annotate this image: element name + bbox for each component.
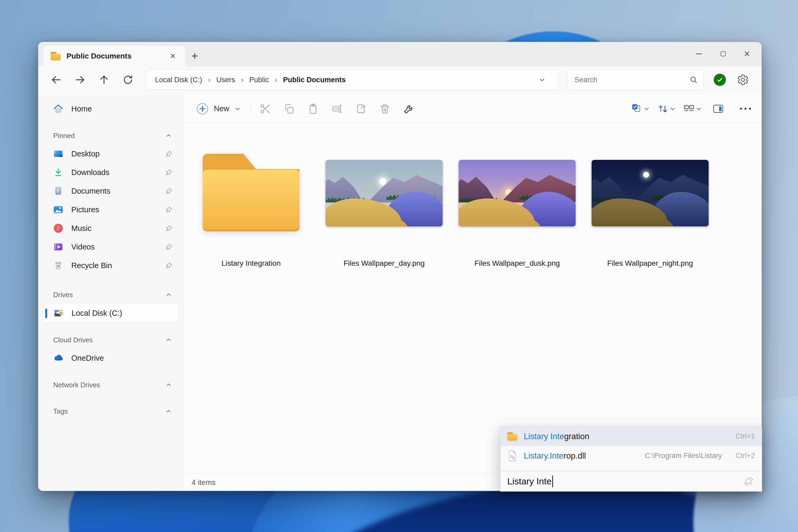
sidebar-section-tags[interactable]: Tags (38, 402, 183, 420)
up-button[interactable] (98, 74, 110, 86)
sidebar-item-onedrive[interactable]: OneDrive (38, 349, 183, 367)
chevron-down-icon[interactable] (669, 105, 676, 112)
pictures-icon (53, 205, 63, 215)
items-count: 4 items (191, 478, 215, 487)
listary-popup: Listary Integration Ctrl+1 Listary.Inter… (500, 426, 762, 492)
new-tab-button[interactable]: + (185, 46, 204, 66)
breadcrumb-separator: › (275, 76, 277, 84)
delete-button[interactable] (379, 102, 391, 115)
folder-icon-large (201, 154, 302, 232)
sidebar-item-label: Home (71, 104, 92, 113)
dll-file-icon (507, 450, 517, 461)
file-tile-image-night[interactable]: Files Wallpaper_night.png (592, 154, 709, 268)
tools-wrench-button[interactable] (402, 102, 415, 115)
address-bar[interactable]: Local Disk (C:) › Users › Public › Publi… (146, 70, 558, 90)
tab-public-documents[interactable]: Public Documents ✕ (44, 46, 185, 66)
sidebar-item-recycle-bin[interactable]: ♻ Recycle Bin (38, 256, 183, 275)
more-options-button[interactable] (737, 108, 751, 110)
toolbar-right-group (630, 102, 751, 115)
sidebar-item-music[interactable]: ♪ Music (38, 219, 183, 238)
result-name: Listary Integration (524, 432, 589, 441)
file-tile-image-day[interactable]: Files Wallpaper_day.png (326, 154, 443, 268)
rename-button[interactable] (331, 102, 343, 115)
cut-button[interactable] (259, 102, 271, 115)
search-box[interactable] (567, 70, 704, 90)
search-icon (689, 75, 698, 84)
minimize-button[interactable] (687, 42, 711, 65)
videos-icon (53, 242, 63, 252)
chevron-up-icon[interactable] (165, 381, 172, 388)
pin-icon[interactable] (165, 150, 173, 157)
result-name: Listary.Interop.dll (524, 451, 586, 461)
sidebar-item-local-disk-c[interactable]: Local Disk (C:) (43, 304, 178, 323)
sidebar-section-network-drives[interactable]: Network Drives (38, 376, 183, 394)
breadcrumb-item[interactable]: Public (247, 74, 271, 86)
sidebar-item-pictures[interactable]: Pictures (38, 200, 183, 219)
chevron-down-icon[interactable] (643, 105, 650, 112)
pin-icon[interactable] (165, 206, 173, 213)
sidebar-item-downloads[interactable]: Downloads (38, 163, 183, 182)
pin-icon[interactable] (165, 187, 173, 195)
sidebar-item-desktop[interactable]: Desktop (38, 145, 183, 163)
chevron-down-icon[interactable] (695, 105, 702, 112)
search-input[interactable] (574, 76, 689, 84)
settings-gear-icon[interactable] (737, 74, 749, 86)
sidebar: Home Pinned Desktop (38, 95, 184, 491)
chevron-up-icon[interactable] (165, 408, 172, 415)
chevron-up-icon[interactable] (165, 132, 172, 139)
file-tile-image-dusk[interactable]: Files Wallpaper_dusk.png (459, 154, 576, 268)
file-tile-folder[interactable]: Listary Integration (193, 154, 310, 268)
back-button[interactable] (50, 74, 62, 86)
sidebar-item-videos[interactable]: Videos (38, 238, 183, 256)
tab-close-icon[interactable]: ✕ (167, 51, 178, 61)
new-button[interactable]: New (193, 100, 245, 117)
listary-query-text: Listary Inte (507, 476, 551, 487)
listary-result-row[interactable]: Listary.Interop.dll C:\Program Files\Lis… (500, 446, 762, 466)
desktop: Public Documents ✕ + ✕ (0, 0, 798, 532)
status-check-badge[interactable] (714, 74, 726, 86)
file-grid: Listary Integration (184, 123, 762, 474)
chevron-up-icon[interactable] (165, 291, 172, 298)
sidebar-section-cloud-drives[interactable]: Cloud Drives (38, 331, 183, 349)
downloads-icon (53, 167, 63, 177)
result-path: C:\Program Files\Listary (645, 452, 722, 460)
layout-view-button[interactable] (683, 102, 695, 115)
details-pane-button[interactable] (712, 102, 725, 115)
documents-icon (53, 186, 63, 196)
sidebar-item-documents[interactable]: Documents (38, 182, 183, 200)
recycle-bin-icon: ♻ (53, 261, 63, 270)
breadcrumb-item[interactable]: Users (214, 74, 237, 86)
paste-button[interactable] (307, 102, 320, 115)
listary-result-row[interactable]: Listary Integration Ctrl+1 (500, 427, 762, 446)
sidebar-item-home[interactable]: Home (38, 100, 183, 118)
copy-button[interactable] (283, 102, 296, 115)
pin-icon[interactable] (165, 262, 173, 269)
maximize-button[interactable] (711, 42, 735, 65)
forward-button[interactable] (74, 74, 86, 86)
close-button[interactable]: ✕ (735, 42, 759, 65)
local-disk-icon (54, 308, 63, 318)
toolbar: New (184, 95, 762, 123)
chevron-up-icon[interactable] (165, 337, 172, 343)
sidebar-section-drives[interactable]: Drives (38, 286, 183, 304)
select-button[interactable] (630, 102, 643, 115)
listary-search-input[interactable]: Listary Inte (500, 471, 762, 491)
share-button[interactable] (355, 102, 367, 115)
desktop-icon (53, 149, 63, 159)
result-shortcut: Ctrl+1 (732, 432, 755, 440)
result-shortcut: Ctrl+2 (732, 452, 755, 460)
pin-icon[interactable] (165, 169, 173, 176)
onedrive-cloud-icon (53, 353, 63, 363)
sidebar-section-pinned[interactable]: Pinned (38, 127, 183, 145)
image-thumbnail-dusk (459, 160, 576, 226)
breadcrumb-item[interactable]: Local Disk (C:) (153, 74, 204, 86)
refresh-button[interactable] (122, 74, 134, 86)
breadcrumb-item-current[interactable]: Public Documents (281, 74, 348, 86)
tab-bar: Public Documents ✕ + ✕ (38, 42, 762, 66)
address-dropdown-chevron-icon[interactable] (538, 76, 551, 83)
file-name: Files Wallpaper_day.png (343, 259, 424, 268)
image-thumbnail-night (592, 160, 709, 226)
sort-button[interactable] (657, 102, 669, 115)
pin-icon[interactable] (165, 243, 173, 251)
pin-icon[interactable] (165, 225, 173, 232)
